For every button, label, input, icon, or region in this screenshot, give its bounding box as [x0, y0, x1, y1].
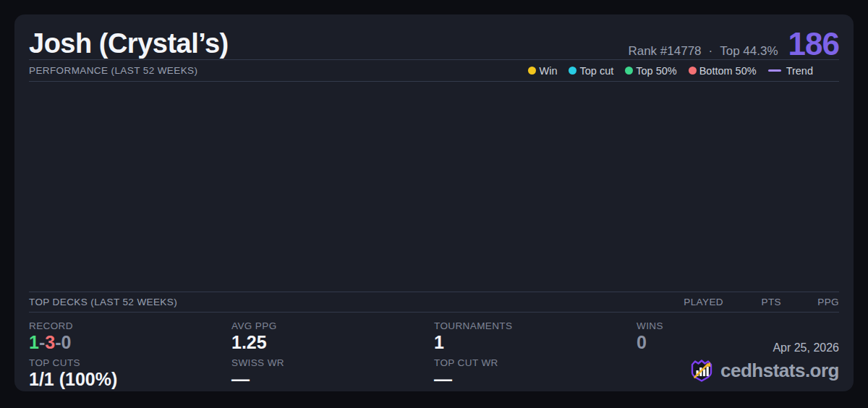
bottom-50-dot-icon	[689, 67, 697, 75]
rank-line: Rank #14778 · Top 44.3%	[628, 44, 778, 59]
legend-item-trend: Trend	[768, 65, 813, 77]
record-wins: 1	[29, 332, 39, 352]
rank-text: Rank #14778	[628, 44, 701, 59]
stat-record-label: RECORD	[29, 320, 231, 331]
header-rank-area: Rank #14778 · Top 44.3% 186	[628, 29, 839, 59]
stat-avg-ppg: AVG PPG 1.25	[231, 316, 434, 353]
top-percent-text: Top 44.3%	[720, 44, 778, 59]
top-50-dot-icon	[625, 67, 633, 75]
footer-date: Apr 25, 2026	[689, 341, 839, 354]
cedhstats-logo-icon	[689, 358, 714, 383]
legend-label-top-50: Top 50%	[636, 65, 676, 77]
stat-record-value: 1-3-0	[29, 331, 231, 353]
performance-chart-area	[29, 82, 839, 292]
stat-tournaments-value: 1	[434, 331, 637, 353]
brand-row: cedhstats.org	[689, 358, 839, 383]
stat-wins-label: WINS	[637, 320, 839, 331]
legend-item-bottom-50: Bottom 50%	[689, 65, 757, 77]
performance-header-row: PERFORMANCE (LAST 52 WEEKS) Win Top cut …	[29, 60, 839, 81]
record-draws: 0	[61, 332, 71, 352]
card-header: Josh (Crystal’s) Rank #14778 · Top 44.3%…	[29, 14, 839, 59]
dot-separator: ·	[709, 44, 713, 59]
legend-label-top-cut: Top cut	[579, 65, 613, 77]
chart-legend: Win Top cut Top 50% Bottom 50% Trend	[528, 65, 813, 77]
player-stats-card: Josh (Crystal’s) Rank #14778 · Top 44.3%…	[14, 14, 854, 391]
stat-top-cut-wr: TOP CUT WR —	[434, 353, 637, 390]
performance-section-title: PERFORMANCE (LAST 52 WEEKS)	[29, 65, 197, 76]
legend-label-trend: Trend	[786, 65, 813, 77]
top-decks-section-title: TOP DECKS (LAST 52 WEEKS)	[29, 297, 177, 307]
legend-label-win: Win	[539, 65, 557, 77]
stat-top-cuts-label: TOP CUTS	[29, 357, 231, 368]
trend-line-icon	[768, 69, 781, 72]
stat-swiss-wr-value: —	[231, 368, 434, 390]
page-title: Josh (Crystal’s)	[29, 29, 229, 59]
legend-item-win: Win	[528, 65, 557, 77]
stat-top-cuts-value: 1/1 (100%)	[29, 368, 231, 390]
brand-text: cedhstats.org	[720, 360, 839, 382]
column-header-played: PLAYED	[665, 297, 723, 307]
stat-top-cuts: TOP CUTS 1/1 (100%)	[29, 353, 231, 390]
column-header-ppg: PPG	[781, 297, 839, 307]
legend-item-top-cut: Top cut	[569, 65, 613, 77]
stat-tournaments: TOURNAMENTS 1	[434, 316, 637, 353]
deck-table-columns: PLAYED PTS PPG	[665, 297, 839, 307]
card-footer: Apr 25, 2026 cedhstats.org	[689, 341, 839, 383]
stat-top-cut-wr-label: TOP CUT WR	[434, 357, 637, 368]
top-decks-header-row: TOP DECKS (LAST 52 WEEKS) PLAYED PTS PPG	[29, 292, 839, 312]
stat-swiss-wr: SWISS WR —	[231, 353, 434, 390]
stat-tournaments-label: TOURNAMENTS	[434, 320, 637, 331]
record-separator: -	[39, 332, 45, 352]
stat-top-cut-wr-value: —	[434, 368, 637, 390]
column-header-pts: PTS	[723, 297, 781, 307]
top-cut-dot-icon	[569, 67, 576, 75]
win-dot-icon	[528, 67, 536, 75]
stat-avg-ppg-label: AVG PPG	[231, 320, 434, 331]
stat-avg-ppg-value: 1.25	[231, 331, 434, 353]
stat-swiss-wr-label: SWISS WR	[231, 357, 434, 368]
legend-item-top-50: Top 50%	[625, 65, 676, 77]
record-losses: 3	[45, 332, 55, 352]
legend-label-bottom-50: Bottom 50%	[699, 65, 757, 77]
stat-record: RECORD 1-3-0	[29, 316, 231, 353]
score-value: 186	[788, 29, 839, 59]
